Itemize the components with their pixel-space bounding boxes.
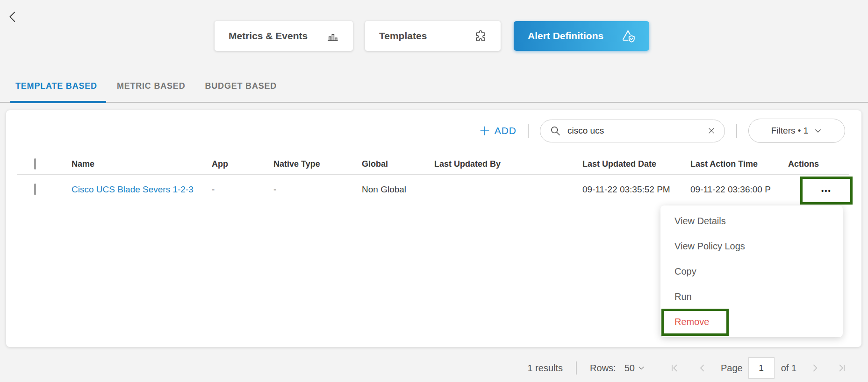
tabs-divider [0, 102, 868, 103]
cell-app: - [212, 184, 273, 195]
add-button[interactable]: ADD [479, 125, 516, 137]
search-input[interactable] [567, 126, 706, 136]
menu-item-view-policy-logs[interactable]: View Policy Logs [660, 233, 843, 259]
menu-item-copy[interactable]: Copy [660, 259, 843, 284]
nav-button-label: Templates [379, 30, 427, 42]
table-toolbar: ADD Filters • 1 [479, 118, 845, 144]
chevron-down-icon [638, 364, 645, 372]
cell-native-type: - [273, 184, 362, 195]
chevron-left-icon [6, 9, 22, 24]
nav-button-label: Alert Definitions [528, 30, 603, 42]
toolbar-divider [736, 124, 737, 138]
page-label: Page [721, 363, 743, 374]
alert-definitions-panel: ADD Filters • 1 Name App Native Type Glo… [6, 110, 861, 347]
plus-icon [479, 125, 491, 137]
last-page-icon [837, 363, 847, 373]
filters-label: Filters • 1 [771, 126, 809, 136]
column-header-name: Name [72, 159, 212, 169]
row-actions-button[interactable]: ••• [800, 177, 853, 205]
next-page-button[interactable] [810, 363, 820, 373]
cell-last-action-time: 09-11-22 03:36:00 P [690, 184, 788, 195]
row-checkbox[interactable] [34, 184, 36, 195]
nav-button-templates[interactable]: Templates [365, 21, 501, 51]
column-header-last-updated-date: Last Updated Date [582, 159, 690, 169]
nav-button-alert-definitions[interactable]: Alert Definitions [514, 21, 649, 51]
rows-per-page-value: 50 [624, 363, 635, 374]
tab-metric-based[interactable]: METRIC BASED [117, 81, 186, 91]
chevron-left-icon [697, 363, 708, 373]
cell-last-updated-date: 09-11-22 03:35:52 PM [582, 184, 690, 195]
clear-search-button[interactable] [706, 125, 717, 136]
search-box [540, 120, 725, 142]
column-header-last-updated-by: Last Updated By [434, 159, 582, 169]
actions-dropdown-menu: View Details View Policy Logs Copy Run R… [660, 205, 843, 337]
footer-divider [576, 361, 577, 375]
add-button-label: ADD [495, 125, 516, 136]
tab-template-based[interactable]: TEMPLATE BASED [15, 81, 97, 91]
nav-button-label: Metrics & Events [229, 30, 308, 42]
search-icon [550, 125, 561, 136]
page-number-input[interactable] [748, 357, 775, 379]
column-header-global: Global [362, 159, 434, 169]
previous-page-button[interactable] [697, 363, 708, 373]
column-header-actions: Actions [788, 159, 861, 169]
first-page-button[interactable] [669, 363, 680, 373]
page-total-label: of 1 [781, 363, 796, 374]
tab-budget-based[interactable]: BUDGET BASED [205, 81, 277, 91]
chevron-right-icon [810, 363, 820, 373]
chevron-down-icon [814, 127, 822, 135]
alert-type-tabs: TEMPLATE BASED METRIC BASED BUDGET BASED [15, 75, 296, 97]
results-count: 1 results [528, 363, 563, 374]
menu-item-run[interactable]: Run [660, 284, 843, 309]
first-page-icon [669, 363, 680, 373]
active-tab-underline [10, 101, 106, 103]
cell-global: Non Global [362, 184, 434, 195]
select-all-checkbox[interactable] [34, 158, 36, 170]
column-header-native-type: Native Type [273, 159, 362, 169]
nav-button-metrics-events[interactable]: Metrics & Events [215, 21, 353, 51]
toolbar-divider [528, 124, 529, 138]
column-header-last-action-time: Last Action Time [690, 159, 788, 169]
puzzle-icon [473, 29, 488, 43]
back-button[interactable] [6, 8, 22, 25]
filters-button[interactable]: Filters • 1 [748, 119, 845, 143]
table-header-row: Name App Native Type Global Last Updated… [6, 153, 861, 175]
pagination-bar: 1 results Rows: 50 Page of 1 [528, 356, 847, 380]
alert-name-link[interactable]: Cisco UCS Blade Severs 1-2-3 [72, 184, 194, 194]
last-page-button[interactable] [837, 363, 847, 373]
menu-item-remove[interactable]: Remove [660, 309, 843, 334]
rows-per-page-label: Rows: [590, 363, 616, 374]
alert-shield-icon [620, 28, 636, 44]
menu-item-view-details[interactable]: View Details [660, 208, 843, 233]
bar-chart-icon [326, 29, 340, 43]
table-row: Cisco UCS Blade Severs 1-2-3 - - Non Glo… [6, 175, 861, 205]
more-actions-icon: ••• [821, 187, 832, 195]
column-header-app: App [212, 159, 273, 169]
rows-per-page-select[interactable]: 50 [624, 363, 645, 374]
